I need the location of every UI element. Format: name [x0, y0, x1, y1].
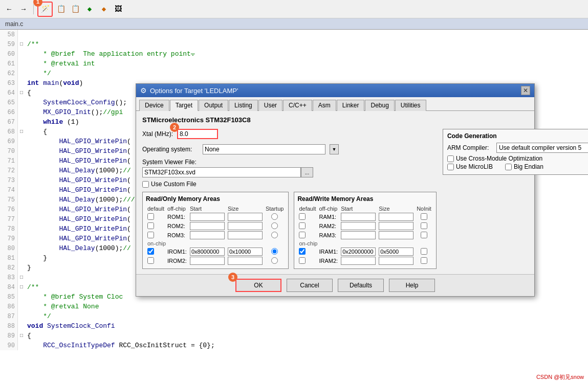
big-endian-label: Big Endian — [514, 163, 543, 170]
rom3-size[interactable] — [228, 231, 263, 239]
separator-1 — [33, 4, 34, 14]
svd-browse-button[interactable]: ... — [301, 167, 313, 177]
table-row: 61 * @retval int — [0, 59, 588, 69]
mem-areas-row: Read/Only Memory Areas default off-chip … — [142, 192, 437, 269]
tab-device[interactable]: Device — [139, 100, 169, 111]
tab-linker[interactable]: Linker — [337, 100, 365, 111]
irom2-size[interactable] — [228, 257, 263, 265]
tab-user[interactable]: User — [258, 100, 282, 111]
green-dot-button[interactable]: ◆ — [83, 3, 96, 15]
paste-button[interactable]: 📋 — [69, 3, 81, 15]
ram1-size[interactable] — [379, 213, 413, 221]
forward-button[interactable]: → — [17, 3, 30, 15]
rom1-default-cb[interactable] — [147, 213, 154, 220]
codegen-title: Code Generation — [447, 132, 588, 140]
rom3-startup[interactable] — [271, 232, 278, 238]
rom1-label: ROM1: — [167, 214, 185, 220]
svd-label: System Viewer File: — [142, 159, 437, 166]
ram1-start[interactable] — [341, 213, 376, 221]
os-label: Operating system: — [142, 146, 199, 153]
table-row: 87 */ — [0, 311, 588, 321]
rom2-start[interactable] — [190, 222, 225, 230]
tab-listing[interactable]: Listing — [229, 100, 258, 111]
irom1-default-cb[interactable] — [147, 248, 154, 255]
file-tab[interactable]: main.c — [0, 18, 588, 30]
col-noinit: NoInit — [415, 205, 433, 212]
back-button[interactable]: ← — [3, 3, 15, 15]
col-start: Start — [339, 205, 377, 212]
microlib-checkbox[interactable] — [447, 164, 454, 170]
rom1-size[interactable] — [228, 213, 263, 221]
tab-asm[interactable]: Asm — [313, 100, 336, 111]
custom-file-label: Use Custom File — [151, 181, 197, 188]
os-dropdown[interactable]: ▼ — [330, 144, 339, 154]
help-button[interactable]: Help — [389, 279, 435, 292]
ram3-noinit[interactable] — [421, 232, 427, 238]
ram2-noinit[interactable] — [421, 222, 427, 229]
tab-output[interactable]: Output — [199, 100, 228, 111]
rom2-startup[interactable] — [271, 222, 278, 229]
irom2-startup[interactable] — [271, 257, 278, 264]
copy-button[interactable]: 📋 — [55, 3, 67, 15]
cross-module-checkbox[interactable] — [447, 155, 454, 162]
cancel-button[interactable]: Cancel — [287, 279, 333, 292]
ram2-size[interactable] — [379, 222, 413, 230]
ram1-default-cb[interactable] — [299, 213, 306, 220]
tab-debug[interactable]: Debug — [365, 100, 394, 111]
arm-compiler-select[interactable]: Use default compiler version 5 — [496, 143, 588, 153]
ram3-label: RAM3: — [319, 232, 336, 238]
big-endian-checkbox[interactable] — [505, 164, 512, 170]
irom1-size[interactable] — [228, 248, 263, 256]
arrow-button[interactable]: ◆ — [98, 3, 110, 15]
tab-cpp[interactable]: C/C++ — [283, 100, 312, 111]
xtal-input[interactable] — [177, 129, 218, 139]
iram2-default-cb[interactable] — [299, 257, 306, 264]
iram1-noinit[interactable] — [421, 248, 427, 255]
table-row: IROM1: — [146, 247, 285, 256]
ram3-size[interactable] — [379, 231, 413, 239]
ok-button[interactable]: OK — [235, 279, 281, 292]
rom1-startup[interactable] — [271, 213, 278, 220]
custom-file-checkbox[interactable] — [142, 181, 149, 188]
dialog-buttons: 3 OK Cancel Defaults Help — [136, 274, 534, 296]
irom2-default-cb[interactable] — [147, 257, 154, 264]
iram2-start[interactable] — [341, 257, 376, 265]
iram2-size[interactable] — [379, 257, 413, 265]
iram1-default-cb[interactable] — [299, 248, 306, 255]
dialog-close-button[interactable]: ✕ — [521, 86, 530, 95]
dialog-left: Xtal (MHz): 2 Operating system: ▼ — [142, 129, 437, 269]
rom2-default-cb[interactable] — [147, 222, 154, 229]
iram2-noinit[interactable] — [421, 257, 427, 264]
toolbar: ← → 1 🪄 📋 📋 ◆ ◆ 🖼 — [0, 0, 588, 18]
rom3-start[interactable] — [190, 231, 225, 239]
iram1-start[interactable] — [341, 248, 376, 256]
table-row: 90 RCC_OscInitTypeDef RCC_OscInitStruct … — [0, 341, 588, 350]
arm-compiler-label: ARM Compiler: — [447, 144, 493, 151]
tab-target[interactable]: Target — [170, 100, 198, 111]
image-button[interactable]: 🖼 — [112, 3, 124, 15]
rom3-default-cb[interactable] — [147, 232, 154, 238]
rom1-start[interactable] — [190, 213, 225, 221]
ram3-default-cb[interactable] — [299, 232, 306, 238]
iram1-size[interactable] — [379, 248, 413, 256]
col-default: default — [146, 205, 166, 212]
defaults-button[interactable]: Defaults — [338, 279, 384, 292]
irom1-start[interactable] — [190, 248, 225, 256]
table-row: ROM1: — [146, 212, 285, 221]
irom1-startup[interactable] — [271, 248, 278, 255]
code-generation-box: Code Generation ARM Compiler: Use defaul… — [443, 129, 588, 175]
ram2-default-cb[interactable] — [299, 222, 306, 229]
rom3-label: ROM3: — [167, 232, 185, 238]
ram2-start[interactable] — [341, 222, 376, 230]
ram1-noinit[interactable] — [421, 213, 427, 220]
irom2-start[interactable] — [190, 257, 225, 265]
col-size: Size — [377, 205, 415, 212]
rom2-size[interactable] — [228, 222, 263, 230]
svd-input[interactable] — [142, 167, 301, 177]
dialog-tabs: Device Target Output Listing User C/C++ … — [136, 97, 534, 111]
os-input[interactable] — [203, 144, 325, 154]
code-editor[interactable]: 58 59 □ /** 60 * @brief The application … — [0, 30, 588, 382]
ram3-start[interactable] — [341, 231, 376, 239]
col-start: Start — [188, 205, 226, 212]
tab-utilities[interactable]: Utilities — [395, 100, 426, 111]
